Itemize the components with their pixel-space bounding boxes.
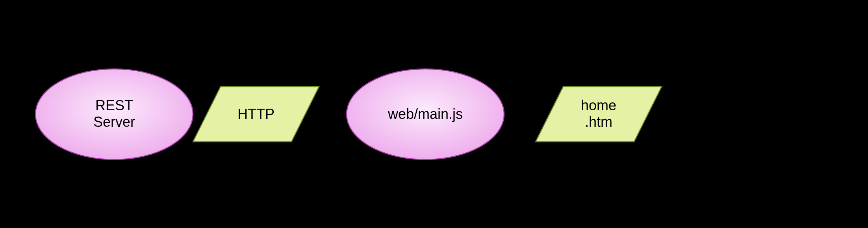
node-label: HTTP [237, 106, 274, 122]
node-mainjs: web/main.js [347, 69, 504, 159]
node-home: home .htm [536, 87, 662, 142]
node-label: home [581, 97, 616, 113]
node-label: Server [93, 114, 135, 130]
node-label: web/main.js [388, 106, 463, 122]
node-rest-server: REST Server [35, 69, 193, 159]
flow-diagram: REST Server HTTP web/main.js home .htm [0, 0, 868, 228]
node-http: HTTP [193, 87, 319, 142]
node-label: .htm [585, 114, 612, 130]
node-label: REST [95, 97, 133, 113]
